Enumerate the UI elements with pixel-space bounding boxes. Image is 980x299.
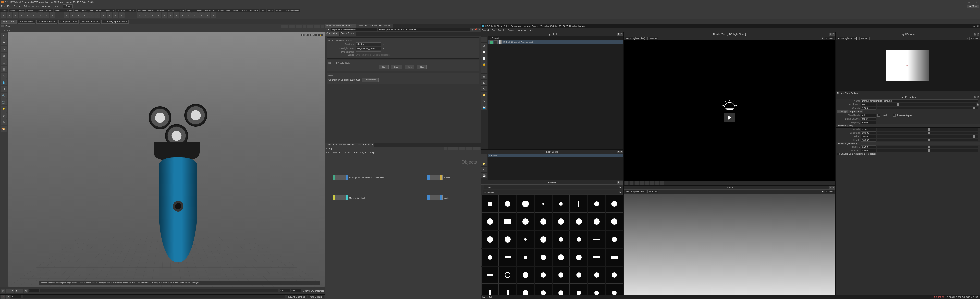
cv-exposure-icon[interactable]: ☀ bbox=[821, 190, 824, 193]
shelf-tool-icon[interactable]: ▫ bbox=[168, 12, 173, 18]
rv-channels[interactable]: RGB(A) bbox=[648, 37, 658, 40]
tl-prev[interactable]: ◂ bbox=[6, 289, 10, 293]
net-menu[interactable]: View bbox=[345, 151, 350, 154]
preset-thumb[interactable] bbox=[570, 284, 587, 296]
lightlist-group[interactable]: ▾Default bbox=[488, 36, 624, 40]
preset-thumb[interactable] bbox=[481, 231, 499, 248]
shelf-tab[interactable]: Volume bbox=[127, 9, 136, 12]
desktop-tab[interactable]: Composite View bbox=[59, 20, 79, 24]
pv-ch[interactable]: RGB(A) bbox=[859, 37, 870, 40]
hdrls-menu[interactable]: Edit bbox=[492, 29, 496, 32]
shelf-tool-icon[interactable]: ▫ bbox=[94, 12, 100, 18]
preset-thumb[interactable] bbox=[535, 195, 552, 213]
shelf-tool-icon[interactable]: ▫ bbox=[13, 12, 18, 18]
preset-thumb[interactable] bbox=[499, 267, 517, 284]
val-lat[interactable]: 0.00 bbox=[861, 128, 877, 131]
viewport-tool[interactable]: 🔍 bbox=[0, 93, 6, 99]
shelf-tool-icon[interactable]: ▫ bbox=[49, 12, 55, 18]
dd-icon[interactable]: ▾ bbox=[383, 43, 384, 45]
vp-header-icon[interactable] bbox=[296, 24, 299, 27]
shelf-tab[interactable]: Particle Fluids bbox=[217, 9, 231, 12]
preset-cat[interactable]: Lights bbox=[484, 185, 622, 189]
panel-close-icon[interactable]: ✕ bbox=[977, 96, 980, 98]
sld-width[interactable] bbox=[877, 135, 978, 138]
sld-opacity[interactable] bbox=[877, 107, 978, 109]
tl-slider2[interactable] bbox=[24, 296, 285, 299]
pv-cs[interactable]: sRGB [rgbMonitor] bbox=[837, 37, 858, 40]
val-mapping[interactable]: Planar bbox=[861, 121, 877, 124]
tl-play[interactable]: ▶ bbox=[15, 289, 19, 293]
panel-tool-icon[interactable]: ⊟ bbox=[481, 80, 487, 85]
net-home-icon[interactable]: ⌂ bbox=[326, 147, 328, 150]
preset-thumb[interactable] bbox=[606, 267, 623, 284]
shelf-tool-icon[interactable]: ▫ bbox=[143, 12, 149, 18]
shelf-tab[interactable]: Collisions bbox=[156, 9, 167, 12]
panel-close-icon[interactable]: ✕ bbox=[620, 33, 623, 35]
tl-start[interactable]: 1 bbox=[29, 289, 39, 292]
desktop-tab[interactable]: Animation Editor bbox=[37, 20, 57, 24]
vp-header-icon[interactable] bbox=[299, 24, 302, 27]
net-tool-icon[interactable] bbox=[458, 147, 462, 150]
path-home-icon[interactable]: ⌂ bbox=[1, 29, 2, 32]
val-brightness[interactable]: 50 bbox=[861, 103, 877, 106]
shelf-tab[interactable]: Hair Utils bbox=[63, 9, 73, 12]
panel-close-icon[interactable]: ✕ bbox=[832, 186, 835, 189]
tl-next[interactable]: ▸ bbox=[19, 289, 24, 293]
panel-undock-icon[interactable]: ◧ bbox=[829, 33, 832, 35]
val-lon[interactable]: 180.00 bbox=[861, 131, 877, 134]
lightlist-item[interactable]: Default Gradient Background bbox=[488, 40, 624, 45]
tl-end2[interactable]: 248 bbox=[291, 289, 301, 292]
canvas-body[interactable]: + bbox=[624, 194, 835, 296]
shelf-tab[interactable]: Polygon bbox=[25, 9, 35, 12]
panel-undock-icon[interactable]: ◧ bbox=[974, 33, 977, 35]
dd-icon[interactable]: ▾ bbox=[383, 47, 384, 50]
desktop-build[interactable]: Build bbox=[63, 4, 73, 8]
vp-cam[interactable]: cam1 bbox=[310, 34, 317, 36]
shelf-tool-icon[interactable]: ▫ bbox=[0, 12, 6, 18]
panel-tool-icon[interactable]: 💾 bbox=[481, 104, 487, 110]
preset-thumb[interactable] bbox=[517, 231, 534, 248]
shelf-tool-icon[interactable]: ▫ bbox=[107, 12, 112, 18]
rv-tool-icon[interactable] bbox=[650, 181, 654, 185]
preset-thumb[interactable] bbox=[535, 249, 552, 266]
shelf-tab[interactable]: Model bbox=[18, 9, 25, 12]
net-tab-1[interactable]: Material Palette bbox=[338, 143, 357, 147]
shelf-tab[interactable]: Guide Brushes bbox=[89, 9, 103, 12]
light-toggle[interactable] bbox=[490, 40, 493, 44]
shelf-tool-icon[interactable]: ▫ bbox=[64, 12, 69, 18]
val-hu[interactable]: 0.500 bbox=[861, 146, 877, 149]
parm-back-icon[interactable]: ◂ bbox=[326, 28, 328, 31]
shelf-tool-icon[interactable]: ▫ bbox=[82, 12, 88, 18]
btn-online-docs[interactable]: Online Docs bbox=[362, 78, 379, 82]
hdrls-min[interactable]: — bbox=[968, 25, 970, 27]
sld-lon[interactable] bbox=[877, 132, 978, 134]
panel-undock-icon[interactable]: ◧ bbox=[974, 96, 977, 98]
vp-header-icon[interactable] bbox=[303, 24, 306, 27]
net-tool-icon[interactable] bbox=[452, 147, 455, 150]
desktop-tab[interactable]: Geometry Spreadsheet bbox=[101, 20, 129, 24]
preset-thumb[interactable] bbox=[552, 231, 570, 248]
parm-help-icon[interactable]: ? bbox=[478, 28, 479, 31]
tl-cur[interactable]: 1 bbox=[11, 296, 21, 298]
val-width[interactable]: 360.00 bbox=[861, 135, 877, 138]
preset-thumb[interactable] bbox=[481, 213, 499, 230]
viewport-tool[interactable]: ↖ bbox=[0, 33, 6, 39]
val-height[interactable]: 100.00 bbox=[861, 139, 877, 142]
val-blendmode[interactable]: Add bbox=[861, 114, 877, 117]
panel-close-icon[interactable]: ✕ bbox=[620, 181, 623, 184]
shelf-tool-icon[interactable]: ▫ bbox=[100, 12, 106, 18]
preset-thumb[interactable] bbox=[606, 249, 623, 266]
panel-tool-icon[interactable]: ⊞ bbox=[481, 74, 487, 79]
preset-thumb[interactable] bbox=[481, 249, 499, 266]
preset-thumb[interactable] bbox=[535, 284, 552, 296]
cb-adjust[interactable] bbox=[837, 153, 840, 155]
path-up-icon[interactable]: ↑ bbox=[4, 29, 5, 32]
preset-thumb[interactable] bbox=[588, 267, 605, 284]
preset-thumb[interactable] bbox=[570, 249, 587, 266]
shelf-tool-icon[interactable]: ▫ bbox=[192, 12, 198, 18]
render-play-button[interactable] bbox=[724, 113, 735, 122]
preset-thumb[interactable] bbox=[588, 213, 605, 230]
rv-exposure-icon[interactable]: ☀ bbox=[821, 37, 824, 40]
shelf-tool-icon[interactable]: ▫ bbox=[156, 12, 161, 18]
btn-start[interactable]: Start bbox=[379, 65, 389, 69]
